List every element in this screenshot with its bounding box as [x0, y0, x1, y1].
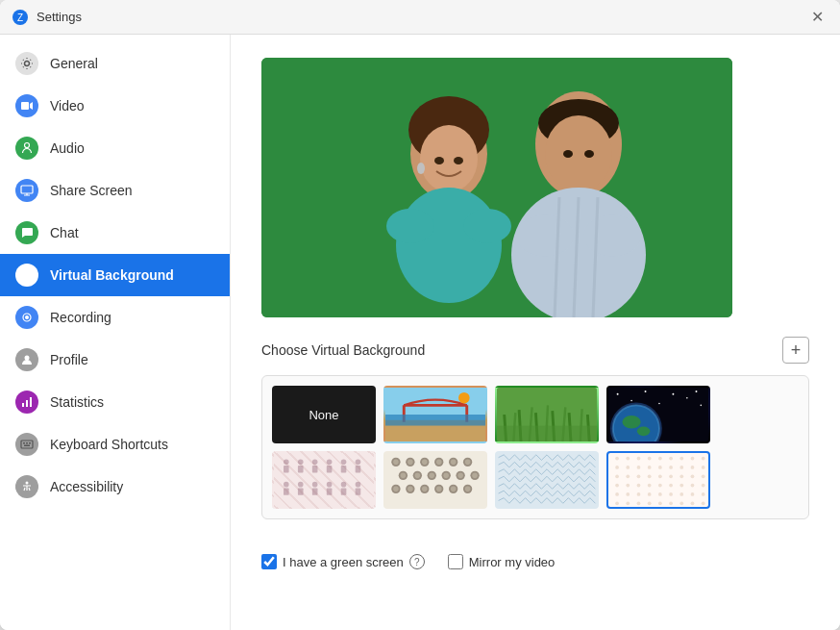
mirror-video-checkbox[interactable] — [448, 554, 463, 569]
svg-point-137 — [451, 487, 457, 492]
preview-container — [261, 58, 732, 317]
svg-point-134 — [408, 487, 413, 492]
svg-point-168 — [637, 484, 641, 488]
svg-point-2 — [25, 62, 30, 66]
svg-point-12 — [25, 356, 30, 361]
svg-rect-84 — [312, 466, 318, 472]
svg-point-30 — [417, 163, 425, 174]
svg-point-85 — [327, 460, 333, 466]
background-grass[interactable] — [495, 386, 599, 443]
svg-point-180 — [669, 492, 673, 496]
sidebar: General Video Audio Share — [0, 35, 231, 630]
svg-point-154 — [679, 466, 683, 469]
svg-point-132 — [472, 473, 478, 479]
svg-point-81 — [298, 460, 304, 466]
sidebar-item-keyboard[interactable]: Keyboard Shortcuts — [0, 423, 230, 466]
svg-point-25 — [420, 125, 478, 192]
green-screen-help-icon[interactable]: ? — [409, 554, 425, 569]
sidebar-item-recording[interactable]: Recording — [0, 296, 230, 339]
chat-icon — [15, 221, 38, 244]
svg-text:Z: Z — [17, 13, 23, 23]
svg-point-174 — [702, 484, 705, 488]
svg-point-189 — [669, 501, 673, 505]
svg-point-177 — [637, 492, 641, 496]
svg-point-71 — [686, 397, 688, 399]
svg-point-167 — [626, 484, 630, 488]
sidebar-item-chat[interactable]: Chat — [0, 212, 230, 254]
svg-point-173 — [691, 484, 695, 488]
svg-point-165 — [702, 474, 705, 478]
svg-rect-88 — [341, 466, 347, 472]
background-earth[interactable] — [606, 386, 710, 443]
svg-point-184 — [615, 501, 619, 505]
svg-point-161 — [658, 474, 662, 478]
sidebar-item-statistics[interactable]: Statistics — [0, 381, 230, 423]
sidebar-item-virtualbg[interactable]: Virtual Background — [0, 254, 230, 296]
svg-point-181 — [679, 492, 683, 496]
keyboard-icon — [15, 433, 38, 456]
sidebar-item-audio-label: Audio — [50, 140, 85, 156]
svg-point-176 — [626, 492, 630, 496]
svg-point-145 — [679, 457, 683, 461]
svg-point-77 — [637, 427, 650, 437]
background-dots[interactable] — [606, 451, 710, 509]
svg-point-141 — [637, 457, 641, 461]
main-panel: Choose Virtual Background + None — [231, 35, 840, 630]
svg-rect-50 — [385, 415, 485, 426]
titlebar: Z Settings ✕ — [0, 0, 840, 35]
background-beach[interactable] — [383, 386, 487, 443]
green-screen-group: I have a green screen ? — [261, 554, 425, 569]
svg-point-29 — [463, 209, 511, 243]
svg-point-156 — [702, 466, 705, 469]
background-pattern2[interactable] — [383, 451, 487, 509]
background-none[interactable]: None — [272, 386, 376, 443]
recording-icon — [15, 306, 38, 329]
sidebar-item-profile-label: Profile — [50, 352, 88, 367]
svg-point-152 — [658, 466, 662, 469]
backgrounds-row-1: None — [272, 386, 799, 443]
mirror-video-label[interactable]: Mirror my video — [469, 555, 556, 569]
svg-point-191 — [691, 501, 695, 505]
svg-point-99 — [341, 482, 347, 488]
sidebar-item-sharescreen[interactable]: Share Screen — [0, 169, 230, 212]
svg-point-93 — [298, 482, 304, 488]
content-area: General Video Audio Share — [0, 35, 840, 630]
svg-point-128 — [415, 473, 421, 479]
sidebar-item-accessibility[interactable]: Accessibility — [0, 466, 230, 508]
svg-rect-19 — [29, 442, 31, 444]
sidebar-item-recording-label: Recording — [50, 310, 111, 325]
sidebar-item-general[interactable]: General — [0, 42, 230, 85]
svg-point-41 — [434, 157, 444, 164]
svg-rect-6 — [21, 186, 33, 193]
close-button[interactable]: ✕ — [805, 6, 828, 29]
svg-point-187 — [648, 501, 652, 505]
virtualbg-icon — [15, 264, 38, 287]
svg-point-79 — [284, 460, 289, 466]
green-screen-checkbox[interactable] — [261, 554, 277, 569]
svg-point-146 — [691, 457, 695, 461]
svg-rect-14 — [26, 400, 28, 407]
background-pattern1[interactable] — [272, 451, 376, 509]
sidebar-item-audio[interactable]: Audio — [0, 127, 230, 169]
svg-rect-17 — [23, 442, 25, 444]
sidebar-item-profile[interactable]: Profile — [0, 339, 230, 381]
svg-rect-13 — [22, 403, 24, 407]
svg-rect-64 — [497, 426, 597, 441]
svg-point-5 — [25, 143, 30, 148]
svg-rect-100 — [341, 488, 347, 494]
svg-point-28 — [386, 209, 434, 243]
background-pattern3[interactable] — [495, 451, 599, 509]
svg-point-172 — [679, 484, 683, 488]
green-screen-label[interactable]: I have a green screen — [283, 555, 404, 569]
add-background-button[interactable]: + — [782, 337, 809, 364]
sidebar-item-video[interactable]: Video — [0, 85, 230, 127]
svg-point-73 — [701, 405, 703, 407]
svg-point-72 — [696, 391, 698, 392]
svg-point-164 — [691, 474, 695, 478]
svg-rect-80 — [284, 466, 289, 472]
settings-window: Z Settings ✕ General Video — [0, 0, 840, 630]
svg-point-178 — [648, 492, 652, 496]
svg-point-42 — [454, 157, 463, 164]
svg-point-144 — [669, 457, 673, 461]
svg-point-169 — [648, 484, 652, 488]
